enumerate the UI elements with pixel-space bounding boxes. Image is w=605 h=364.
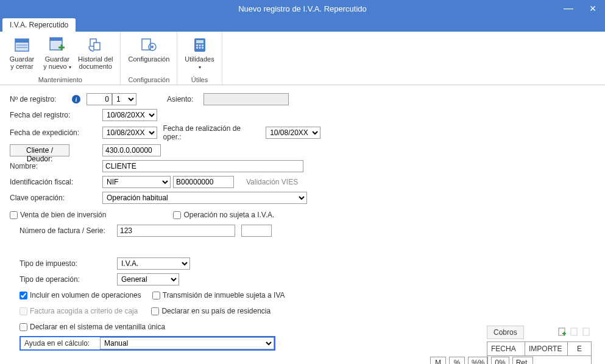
calc-pct-button[interactable]: % <box>449 357 465 364</box>
cobros-table[interactable]: FECHA IMPORTE E <box>487 341 592 364</box>
guardar-nuevo-button[interactable]: Guardary nuevo ▾ <box>40 33 74 72</box>
ribbon: Guardary cerrar Guardary nuevo ▾ Histori… <box>0 32 605 85</box>
nregistro-seq-select[interactable]: 1 <box>112 93 136 105</box>
cobros-add-icon[interactable] <box>557 327 567 338</box>
tab-iva-repercutido[interactable]: I.V.A. Repercutido <box>2 18 76 32</box>
svg-rect-14 <box>196 40 203 43</box>
asiento-input <box>203 93 289 105</box>
svg-rect-18 <box>196 47 198 49</box>
ayuda-calculo-select[interactable]: Manual <box>100 337 274 349</box>
ident-fiscal-label: Identificación fiscal: <box>10 178 102 186</box>
tipo-impuesto-label: Tipo de impuesto: <box>19 259 117 268</box>
tipo-operacion-label: Tipo de operación: <box>19 275 117 284</box>
config-icon <box>139 35 158 54</box>
svg-rect-25 <box>583 328 589 335</box>
validacion-vies-link[interactable]: Validación VIES <box>246 178 298 186</box>
fecha-expedicion-select[interactable]: 10/08/20XX <box>102 127 157 139</box>
history-icon <box>86 35 105 54</box>
cobros-col-importe: IMPORTE <box>525 342 568 355</box>
ribbon-group-utiles: Útiles <box>191 76 208 83</box>
cobros-col-fecha: FECHA <box>487 342 525 355</box>
clave-operacion-label: Clave operación: <box>10 194 102 202</box>
fecha-registro-select[interactable]: 10/08/20XX <box>102 109 157 121</box>
nregistro-input[interactable] <box>87 93 112 105</box>
chk-venta-bien[interactable]: Venta de bien de inversión <box>10 211 106 219</box>
chk-pais-residencia[interactable]: Declarar en su país de residencia <box>151 307 271 315</box>
nombre-input[interactable] <box>102 160 303 172</box>
svg-rect-17 <box>202 44 203 46</box>
save-new-icon <box>48 35 67 54</box>
fecha-oper-label: Fecha de realización de oper.: <box>163 124 261 141</box>
tipo-impuesto-select[interactable]: I.V.A. <box>117 257 190 270</box>
utilidades-button[interactable]: Utilidades▾ <box>182 33 216 72</box>
nfactura-input[interactable] <box>117 225 235 237</box>
utilities-icon <box>190 35 210 54</box>
titlebar: Nuevo registro de I.V.A. Repercutido — × <box>0 0 605 17</box>
save-close-icon <box>12 35 32 54</box>
nfactura-label: Número de factura / Serie: <box>19 226 117 235</box>
nregistro-label: Nº de registro: <box>10 95 72 103</box>
svg-rect-16 <box>199 44 200 46</box>
cobros-delete-icon[interactable] <box>582 327 592 338</box>
fecha-oper-select[interactable]: 10/08/20XX <box>266 127 320 139</box>
chk-no-sujeta[interactable]: Operación no sujeta a I.V.A. <box>173 211 274 219</box>
ribbon-group-config: Configuración <box>128 76 169 83</box>
calc-pctpct-button[interactable]: %% <box>468 357 488 364</box>
svg-rect-19 <box>199 47 200 49</box>
ident-value-input[interactable] <box>173 176 234 188</box>
svg-rect-5 <box>50 38 62 41</box>
cobros-col-e: E <box>568 342 591 355</box>
cobros-edit-icon[interactable] <box>570 327 579 338</box>
fecha-expedicion-label: Fecha de expedición: <box>10 128 102 137</box>
svg-point-12 <box>151 46 154 48</box>
clave-operacion-select[interactable]: Operación habitual <box>102 192 307 204</box>
svg-rect-1 <box>15 39 29 43</box>
fecha-registro-label: Fecha del registro: <box>10 111 102 119</box>
guardar-cerrar-button[interactable]: Guardary cerrar <box>5 33 39 71</box>
window-title: Nuevo registro de I.V.A. Repercutido <box>238 4 367 13</box>
chk-incluir-volumen[interactable]: Incluir en volumen de operaciones <box>19 291 141 299</box>
asiento-label: Asiento: <box>167 95 203 103</box>
nombre-label: Nombre: <box>10 162 102 170</box>
ribbon-group-mantenimiento: Mantenimiento <box>38 76 82 83</box>
minimize-button[interactable]: — <box>556 0 581 17</box>
calc-m-button[interactable]: M <box>430 357 446 364</box>
close-button[interactable]: × <box>581 0 605 17</box>
svg-rect-15 <box>196 44 198 46</box>
svg-rect-24 <box>571 328 577 335</box>
chk-transmision[interactable]: Transmisión de inmueble sujeta a IVA <box>152 291 285 299</box>
serie-input[interactable] <box>241 225 272 237</box>
cliente-cuenta-input[interactable] <box>102 144 161 156</box>
svg-rect-20 <box>202 47 203 49</box>
configuracion-button[interactable]: Configuración <box>126 33 172 64</box>
chk-ventanilla[interactable]: Declarar en el sistema de ventanilla úni… <box>19 323 165 331</box>
svg-rect-9 <box>94 43 100 50</box>
cliente-deudor-button[interactable]: Cliente / Deudor: <box>10 144 69 156</box>
info-icon[interactable]: i <box>72 95 80 103</box>
ident-type-select[interactable]: NIF <box>102 176 171 188</box>
historial-button[interactable]: Historial deldocumento <box>76 33 115 71</box>
tipo-operacion-select[interactable]: General <box>117 273 179 285</box>
ayuda-calculo-label: Ayuda en el cálculo: <box>21 339 100 348</box>
tab-strip: I.V.A. Repercutido <box>0 17 605 32</box>
chk-criterio-caja: Factura acogida a criterio de caja <box>19 307 138 315</box>
cobros-title: Cobros <box>487 326 524 339</box>
